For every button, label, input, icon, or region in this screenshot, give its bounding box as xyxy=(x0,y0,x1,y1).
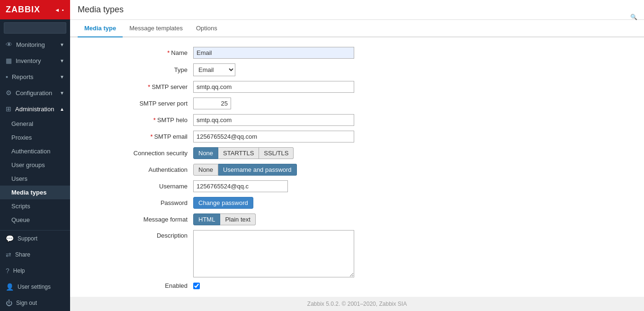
username-value xyxy=(193,180,288,192)
inventory-icon: ▦ xyxy=(6,57,12,64)
search-icon: 🔍 xyxy=(630,14,637,20)
smtp-server-row: *SMTP server xyxy=(98,81,635,93)
auth-none[interactable]: None xyxy=(193,164,218,176)
tab-options[interactable]: Options xyxy=(189,20,224,37)
nav-monitoring-label: Monitoring xyxy=(16,41,45,48)
conn-sec-none[interactable]: None xyxy=(193,147,218,159)
sidebar: ZABBIX ◄ ▪ 🔍 👁 Monitoring ▼ ▦ Inventory … xyxy=(0,0,70,311)
share-label: Share xyxy=(15,251,30,258)
smtp-port-input[interactable] xyxy=(193,98,231,109)
smtp-helo-value xyxy=(193,114,354,126)
description-textarea[interactable] xyxy=(193,230,354,277)
smtp-port-value xyxy=(193,98,231,109)
authentication-label: Authentication xyxy=(11,148,50,155)
nav-user-settings[interactable]: 👤 User settings xyxy=(0,279,70,295)
authentication-group: None Username and password xyxy=(193,164,297,176)
smtp-email-label: *SMTP email xyxy=(98,133,193,140)
nav-administration[interactable]: ⊞ Administration ▲ xyxy=(0,101,70,117)
connection-security-label: Connection security xyxy=(98,150,193,157)
logo-text: ZABBIX xyxy=(6,5,40,15)
enabled-checkbox[interactable] xyxy=(193,283,200,289)
configuration-icon: ⚙ xyxy=(6,89,12,97)
sidebar-item-user-groups[interactable]: User groups xyxy=(0,158,70,172)
connection-security-row: Connection security None STARTTLS SSL/TL… xyxy=(98,147,635,159)
configuration-arrow: ▼ xyxy=(60,90,64,96)
page-header: Media types xyxy=(70,0,644,20)
authentication-label: Authentication xyxy=(98,166,193,173)
nav-configuration-label: Configuration xyxy=(16,89,52,97)
sign-out-label: Sign out xyxy=(16,300,37,306)
monitoring-arrow: ▼ xyxy=(60,42,64,47)
tab-media-type[interactable]: Media type xyxy=(78,20,123,37)
message-format-label: Message format xyxy=(98,216,193,223)
password-row: Password Change password xyxy=(98,197,635,209)
collapse-icon[interactable]: ◄ ▪ xyxy=(54,7,64,13)
msg-format-html[interactable]: HTML xyxy=(193,213,220,225)
help-label: Help xyxy=(13,267,25,274)
search-input[interactable] xyxy=(4,22,66,34)
connection-security-group: None STARTTLS SSL/TLS xyxy=(193,147,294,159)
username-input[interactable] xyxy=(193,180,288,192)
name-value xyxy=(193,47,354,59)
user-settings-icon: 👤 xyxy=(6,283,14,291)
conn-sec-starttls[interactable]: STARTTLS xyxy=(218,147,259,159)
description-label: Description xyxy=(98,230,193,239)
nav-share[interactable]: ⇄ Share xyxy=(0,247,70,263)
nav-inventory[interactable]: ▦ Inventory ▼ xyxy=(0,53,70,69)
smtp-helo-input[interactable] xyxy=(193,114,354,126)
type-row: Type Email SMS Script Webhook xyxy=(98,63,635,76)
smtp-helo-row: *SMTP helo xyxy=(98,114,635,126)
smtp-port-label: SMTP server port xyxy=(98,100,193,107)
type-value: Email SMS Script Webhook xyxy=(193,63,235,76)
user-settings-label: User settings xyxy=(18,284,51,290)
inventory-arrow: ▼ xyxy=(60,58,64,63)
nav-inventory-label: Inventory xyxy=(16,57,41,64)
sidebar-item-scripts[interactable]: Scripts xyxy=(0,199,70,213)
search-container: 🔍 xyxy=(0,19,70,36)
queue-label: Queue xyxy=(11,216,30,223)
type-select[interactable]: Email SMS Script Webhook xyxy=(193,63,235,76)
nav-sign-out[interactable]: ⏻ Sign out xyxy=(0,295,70,311)
message-format-group: HTML Plain text xyxy=(193,213,256,225)
logo: ZABBIX ◄ ▪ xyxy=(0,0,70,19)
nav-help[interactable]: ? Help xyxy=(0,263,70,279)
smtp-server-label: *SMTP server xyxy=(98,83,193,90)
nav-configuration[interactable]: ⚙ Configuration ▼ xyxy=(0,85,70,101)
sidebar-item-authentication[interactable]: Authentication xyxy=(0,144,70,158)
name-row: *Name xyxy=(98,47,635,59)
sign-out-icon: ⏻ xyxy=(6,299,12,307)
description-value xyxy=(193,230,354,277)
conn-sec-ssltls[interactable]: SSL/TLS xyxy=(259,147,294,159)
enabled-row: Enabled xyxy=(98,282,635,289)
monitoring-icon: 👁 xyxy=(6,41,12,48)
nav-support[interactable]: 💬 Support xyxy=(0,231,70,247)
user-groups-label: User groups xyxy=(11,161,45,169)
nav-reports-label: Reports xyxy=(12,73,34,80)
username-row: Username xyxy=(98,180,635,192)
footer: Zabbix 5.0.2. © 2001–2020, Zabbix SIA xyxy=(70,297,644,311)
change-password-button[interactable]: Change password xyxy=(193,197,253,209)
scripts-label: Scripts xyxy=(11,203,30,210)
main-content: Media types Media type Message templates… xyxy=(70,0,644,311)
smtp-server-value xyxy=(193,81,354,93)
password-value: Change password xyxy=(193,197,253,209)
sidebar-item-users[interactable]: Users xyxy=(0,172,70,186)
sidebar-item-queue[interactable]: Queue xyxy=(0,213,70,227)
name-input[interactable] xyxy=(193,47,354,59)
nav-administration-label: Administration xyxy=(15,106,54,113)
smtp-email-input[interactable] xyxy=(193,131,354,142)
sidebar-item-proxies[interactable]: Proxies xyxy=(0,131,70,144)
msg-format-plain[interactable]: Plain text xyxy=(220,213,255,225)
authentication-row: Authentication None Username and passwor… xyxy=(98,164,635,176)
nav-monitoring[interactable]: 👁 Monitoring ▼ xyxy=(0,36,70,53)
auth-user-pass[interactable]: Username and password xyxy=(218,164,297,176)
message-format-row: Message format HTML Plain text xyxy=(98,213,635,225)
enabled-value xyxy=(193,283,200,289)
smtp-email-value xyxy=(193,131,354,142)
support-icon: 💬 xyxy=(6,235,14,242)
smtp-server-input[interactable] xyxy=(193,81,354,93)
tab-message-templates[interactable]: Message templates xyxy=(123,20,189,37)
nav-reports[interactable]: ▪ Reports ▼ xyxy=(0,69,70,85)
sidebar-item-media-types[interactable]: Media types xyxy=(0,186,70,199)
sidebar-item-general[interactable]: General xyxy=(0,117,70,131)
